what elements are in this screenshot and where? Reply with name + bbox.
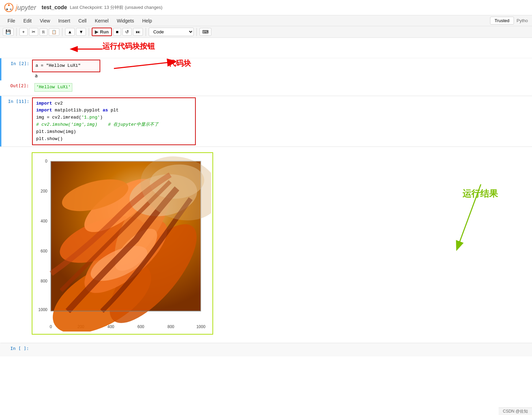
cell-1-output-text: 'Hellow LuXi' bbox=[32, 82, 532, 93]
svg-text:400: 400 bbox=[107, 324, 114, 329]
cell-1-code-text: a = "Hellow LuXi" bbox=[35, 63, 81, 68]
toolbar: 💾 + ✂ ⎘ 📋 ▲ ▼ ▶ Run ■ ↺ ⏭ Code Markdown … bbox=[0, 26, 532, 38]
python-indicator: Pytho bbox=[517, 18, 528, 23]
chart-output-box: 0 200 400 600 800 1000 0 200 400 600 800… bbox=[32, 152, 213, 335]
cell-1-code[interactable]: a = "Hellow LuXi" bbox=[32, 60, 100, 72]
cell-2-output: 0 200 400 600 800 1000 0 200 400 600 800… bbox=[0, 147, 532, 340]
run-button[interactable]: ▶ Run bbox=[92, 28, 112, 36]
scissors-icon: ✂ bbox=[32, 29, 35, 34]
checkpoint-text: Last Checkpoint: 13 分钟前 (unsaved changes… bbox=[70, 4, 163, 11]
add-cell-button[interactable]: + bbox=[19, 28, 28, 36]
annotation-run-area: 运行代码块按钮 bbox=[0, 38, 532, 58]
code-line-1: import cv2 bbox=[36, 100, 192, 107]
code-line-4: # cv2.imshow('img',img) # 在jupyter中显示不了 bbox=[36, 121, 192, 128]
cell-type-select[interactable]: Code Markdown Raw NBConvert bbox=[149, 28, 194, 36]
svg-text:600: 600 bbox=[137, 324, 144, 329]
cell-2: In [11]: import cv2 import matplotlib.py… bbox=[0, 96, 532, 147]
separator-4 bbox=[146, 28, 146, 36]
cell-2-code: import cv2 import matplotlib.pyplot as p… bbox=[36, 100, 192, 143]
paste-icon: 📋 bbox=[51, 30, 57, 34]
code-block-label: 代码块 bbox=[168, 58, 191, 68]
cell-2-output-prompt bbox=[1, 150, 32, 337]
move-up-button[interactable]: ▲ bbox=[65, 28, 75, 36]
svg-point-2 bbox=[10, 9, 12, 10]
cell-3-prompt: In [ ]: bbox=[1, 343, 32, 356]
fast-forward-button[interactable]: ⏭ bbox=[133, 28, 143, 36]
stop-button[interactable]: ■ bbox=[113, 28, 121, 36]
svg-text:400: 400 bbox=[41, 219, 47, 224]
arrow-down-icon: ▼ bbox=[79, 29, 83, 34]
cell-2-body: import cv2 import matplotlib.pyplot as p… bbox=[32, 96, 532, 147]
menu-view[interactable]: View bbox=[36, 17, 54, 25]
cell-2-output-body: 0 200 400 600 800 1000 0 200 400 600 800… bbox=[32, 150, 532, 337]
keyboard-icon: ⌨ bbox=[202, 29, 209, 34]
copy-button[interactable]: ⎘ bbox=[40, 28, 47, 36]
notebook: 运行代码块按钮 In [2]: a = "Hellow LuXi" a 代码块 … bbox=[0, 38, 532, 356]
restart-icon: ↺ bbox=[125, 29, 129, 34]
menubar-right: Trusted Pytho bbox=[490, 17, 528, 25]
fast-forward-icon: ⏭ bbox=[136, 29, 140, 34]
cell-1: In [2]: a = "Hellow LuXi" a 代码块 bbox=[0, 58, 532, 80]
menu-kernel[interactable]: Kernel bbox=[91, 17, 112, 25]
keyboard-shortcuts-button[interactable]: ⌨ bbox=[200, 28, 211, 36]
menubar: File Edit View Insert Cell Kernel Widget… bbox=[0, 15, 532, 26]
cell-2-code-box[interactable]: import cv2 import matplotlib.pyplot as p… bbox=[32, 97, 196, 145]
cell-1-out-prompt: Out[2]: bbox=[1, 80, 32, 94]
cell-1-body: a = "Hellow LuXi" a bbox=[32, 58, 532, 80]
move-down-button[interactable]: ▼ bbox=[76, 28, 86, 36]
run-button-annotation-label: 运行代码块按钮 bbox=[102, 41, 155, 51]
jupyter-logo: jupyter bbox=[4, 3, 36, 12]
restart-button[interactable]: ↺ bbox=[122, 28, 132, 36]
notebook-title: test_code bbox=[42, 4, 67, 11]
stop-icon: ■ bbox=[116, 29, 119, 34]
header: jupyter test_code Last Checkpoint: 13 分钟… bbox=[0, 0, 532, 15]
jupyter-logo-icon bbox=[4, 3, 14, 12]
trusted-button[interactable]: Trusted bbox=[490, 17, 514, 25]
output-annotation-label: 运行结果 bbox=[462, 188, 498, 200]
cell-3-in-prompt: In [ ]: bbox=[10, 346, 29, 351]
svg-point-1 bbox=[8, 4, 10, 6]
separator-3 bbox=[89, 28, 89, 36]
separator-5 bbox=[196, 28, 197, 36]
cell-3-body[interactable] bbox=[32, 343, 532, 356]
code-line-6: plt.show() bbox=[36, 136, 192, 143]
paste-button[interactable]: 📋 bbox=[49, 28, 59, 36]
cell-1-output-value: 'Hellow LuXi' bbox=[34, 83, 72, 92]
menu-cell[interactable]: Cell bbox=[75, 17, 90, 25]
svg-text:1000: 1000 bbox=[38, 307, 47, 312]
code-line-2: import matplotlib.pyplot as plt bbox=[36, 107, 192, 114]
cell-2-prompt: In [11]: bbox=[1, 96, 32, 147]
svg-point-3 bbox=[6, 9, 8, 10]
svg-text:800: 800 bbox=[41, 279, 47, 283]
arrow-up-icon: ▲ bbox=[68, 29, 72, 34]
save-button[interactable]: 💾 bbox=[3, 28, 14, 36]
run-icon: ▶ bbox=[95, 29, 98, 34]
menu-items: File Edit View Insert Cell Kernel Widget… bbox=[4, 17, 156, 25]
run-label: Run bbox=[100, 29, 108, 34]
menu-file[interactable]: File bbox=[4, 17, 19, 25]
menu-edit[interactable]: Edit bbox=[20, 17, 35, 25]
cell-1-in-prompt: In [2]: bbox=[11, 61, 29, 66]
menu-help[interactable]: Help bbox=[139, 17, 156, 25]
cell-1-code-line2: a bbox=[32, 72, 532, 79]
svg-text:0: 0 bbox=[50, 324, 52, 329]
plus-icon: + bbox=[22, 29, 25, 34]
cell-2-in-prompt: In [11]: bbox=[8, 99, 29, 104]
cell-1-out-prompt-text: Out[2]: bbox=[10, 83, 29, 88]
svg-text:600: 600 bbox=[41, 249, 47, 253]
svg-text:200: 200 bbox=[41, 189, 47, 194]
code-line-5: plt.imshow(img) bbox=[36, 128, 192, 136]
cell-1-output-body: 'Hellow LuXi' bbox=[32, 80, 532, 94]
separator-1 bbox=[16, 28, 17, 36]
menu-insert[interactable]: Insert bbox=[55, 17, 74, 25]
cell-1-prompt: In [2]: bbox=[1, 58, 32, 80]
separator-2 bbox=[62, 28, 62, 36]
cut-button[interactable]: ✂ bbox=[29, 28, 38, 36]
code-line-3: img = cv2.imread('1.png') bbox=[36, 114, 192, 121]
svg-text:0: 0 bbox=[45, 159, 47, 164]
menu-widgets[interactable]: Widgets bbox=[113, 17, 137, 25]
svg-text:800: 800 bbox=[167, 324, 174, 329]
jupyter-logo-text: jupyter bbox=[16, 4, 36, 12]
save-icon: 💾 bbox=[5, 29, 11, 34]
copy-icon: ⎘ bbox=[42, 30, 45, 34]
